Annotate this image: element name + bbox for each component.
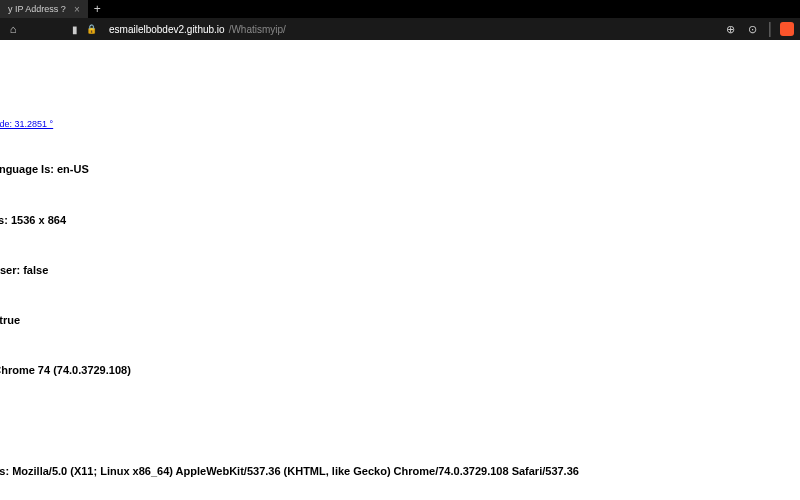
screen-size-line: Size Is: 1536 x 864 [0,213,800,227]
user-agent-line: gent Is: Mozilla/5.0 (X11; Linux x86_64)… [0,464,800,478]
tab-title: y IP Address ? [8,4,66,14]
url-path: /Whatismyip/ [229,24,286,35]
ip-value: 40 [0,68,800,82]
tab-bar: y IP Address ? × + [0,0,800,18]
location-line: Longitude: 31.2851 ° [0,119,800,131]
search-icon[interactable]: ⊙ [746,23,760,36]
ip-label: IP Is: [0,48,800,62]
enabled-line: bled: true [0,313,800,327]
right-icons: ⊕ ⊙ | [724,20,794,38]
brave-shield-icon[interactable] [780,22,794,36]
browser-info-line: r Is: Chrome 74 (74.0.3729.108) [0,363,800,377]
target-icon[interactable]: ⊕ [724,23,738,36]
lock-icon: 🔒 [86,24,97,34]
new-tab-button[interactable]: + [88,2,107,16]
longitude-link[interactable]: Longitude: 31.2851 ° [0,119,53,129]
browser-tab[interactable]: y IP Address ? × [0,0,88,18]
url-host: esmailelbobdev2.github.io [109,24,225,35]
language-line: r's Language Is: en-US [0,162,800,176]
address-bar-row: ⌂ ▮ 🔒 esmailelbobdev2.github.io/Whatismy… [0,18,800,40]
home-icon[interactable]: ⌂ [6,23,20,35]
browser-chrome: y IP Address ? × + ⌂ ▮ 🔒 esmailelbobdev2… [0,0,800,40]
bookmark-icon[interactable]: ▮ [72,24,78,35]
mobile-user-line: bile User: false [0,263,800,277]
close-icon[interactable]: × [74,4,80,15]
url-bar[interactable]: esmailelbobdev2.github.io/Whatismyip/ [105,22,716,37]
page-content: IP Is: 40 Longitude: 31.2851 ° r's Langu… [0,40,800,500]
os-line: Linux [0,414,800,428]
